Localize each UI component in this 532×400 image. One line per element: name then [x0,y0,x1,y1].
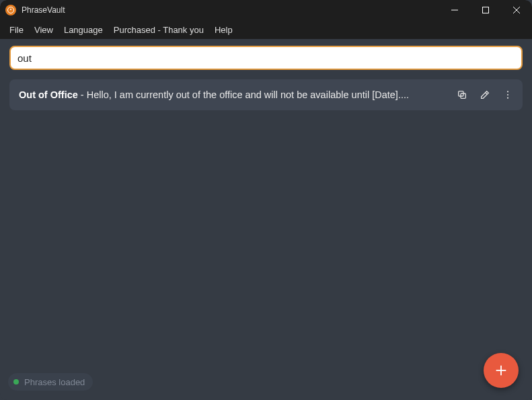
status-text: Phrases loaded [24,377,85,387]
window-controls [439,0,532,20]
more-vertical-icon [502,89,513,100]
svg-point-6 [507,91,508,92]
status-dot-icon [13,379,19,385]
result-snippet: Hello, I am currently out of the office … [87,89,409,100]
search-wrap [9,46,523,70]
menu-view[interactable]: View [29,22,59,38]
copy-button[interactable] [453,85,471,104]
menu-file[interactable]: File [4,22,29,38]
maximize-icon [482,7,489,13]
minimize-button[interactable] [439,0,470,20]
content-area: Out of Office - Hello, I am currently ou… [0,39,532,400]
edit-button[interactable] [476,85,494,104]
close-icon [513,7,520,13]
svg-point-7 [507,94,508,95]
status-pill: Phrases loaded [8,373,93,391]
plus-icon [494,363,508,378]
result-row[interactable]: Out of Office - Hello, I am currently ou… [9,79,523,110]
edit-icon [480,89,490,100]
result-text: Out of Office - Hello, I am currently ou… [19,89,446,100]
svg-point-8 [507,97,508,99]
menu-purchased[interactable]: Purchased - Thank you [108,22,209,38]
minimize-icon [451,7,458,13]
result-actions [453,85,517,104]
svg-rect-1 [483,7,489,13]
title-bar: PhraseVault [0,0,532,20]
app-title: PhraseVault [22,5,65,15]
result-separator: - [78,89,87,100]
menu-bar: File View Language Purchased - Thank you… [0,20,532,39]
maximize-button[interactable] [470,0,501,20]
close-button[interactable] [501,0,532,20]
more-button[interactable] [498,85,517,104]
menu-language[interactable]: Language [59,22,108,38]
result-title: Out of Office [19,89,78,100]
menu-help[interactable]: Help [209,22,238,38]
copy-icon [457,89,467,100]
add-phrase-button[interactable] [484,353,519,388]
search-input[interactable] [9,46,523,70]
app-icon [5,5,16,15]
